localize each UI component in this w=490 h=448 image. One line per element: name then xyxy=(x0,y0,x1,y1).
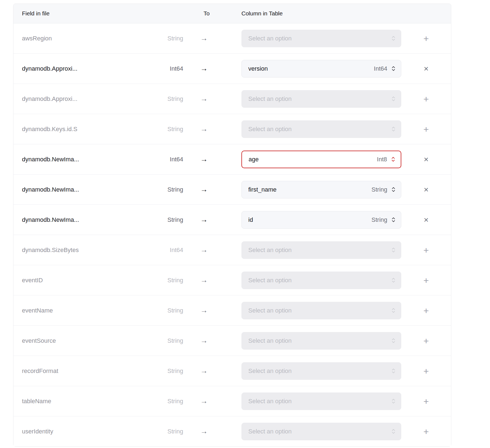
arrow-right-icon: → xyxy=(200,306,208,314)
add-mapping-button[interactable]: + xyxy=(424,397,429,406)
column-type: Int64 xyxy=(374,65,387,72)
column-select-value: id xyxy=(248,216,253,223)
column-select[interactable]: first_name String xyxy=(241,181,401,198)
header-field-in-file: Field in file xyxy=(13,10,183,17)
mapping-row: awsRegion String → Select an option + xyxy=(13,23,451,54)
field-name: tableName xyxy=(22,398,51,405)
field-mapping-table: Field in file To Column in Table awsRegi… xyxy=(13,4,451,447)
column-select[interactable]: id String xyxy=(241,211,401,229)
chevron-updown-icon xyxy=(391,217,396,223)
chevron-updown-icon xyxy=(391,308,396,313)
remove-mapping-button[interactable]: × xyxy=(424,186,429,194)
mapping-row: recordFormat String → Select an option + xyxy=(13,356,451,386)
add-mapping-button[interactable]: + xyxy=(424,276,429,285)
field-name: eventSource xyxy=(22,337,56,344)
field-type: Int64 xyxy=(170,65,183,72)
remove-mapping-button[interactable]: × xyxy=(424,216,429,224)
arrow-right-icon: → xyxy=(200,34,208,42)
remove-mapping-button[interactable]: × xyxy=(424,65,429,73)
arrow-right-icon: → xyxy=(200,64,208,73)
column-type: String xyxy=(372,216,387,223)
column-type: Int8 xyxy=(377,156,387,163)
add-mapping-button[interactable]: + xyxy=(424,427,429,436)
field-type: Int64 xyxy=(170,156,183,163)
field-type: String xyxy=(168,95,183,103)
add-mapping-button[interactable]: + xyxy=(424,94,429,104)
column-select-value: Select an option xyxy=(248,337,292,344)
column-select: Select an option xyxy=(241,302,401,319)
add-mapping-button[interactable]: + xyxy=(424,336,429,345)
field-type: String xyxy=(168,126,183,133)
arrow-right-icon: → xyxy=(200,246,208,254)
arrow-right-icon: → xyxy=(200,185,208,193)
chevron-updown-icon xyxy=(391,96,396,102)
add-mapping-button[interactable]: + xyxy=(424,306,429,315)
column-select[interactable]: age Int8 xyxy=(241,151,401,168)
field-name: recordFormat xyxy=(22,367,58,375)
mapping-row: dynamodb.NewIma... String → first_name S… xyxy=(13,175,451,205)
table-header-row: Field in file To Column in Table xyxy=(13,4,451,23)
column-select: Select an option xyxy=(241,120,401,138)
field-type: String xyxy=(168,277,183,284)
chevron-updown-icon xyxy=(391,156,395,162)
field-type: String xyxy=(168,398,183,405)
add-mapping-button[interactable]: + xyxy=(424,125,429,134)
column-select-value: Select an option xyxy=(248,398,292,405)
column-type: String xyxy=(372,186,387,193)
field-name: eventID xyxy=(22,277,43,284)
chevron-updown-icon xyxy=(391,338,396,344)
field-name: eventName xyxy=(22,307,53,314)
column-select-value: Select an option xyxy=(248,35,292,42)
arrow-right-icon: → xyxy=(200,427,208,435)
arrow-right-icon: → xyxy=(200,336,208,345)
column-select[interactable]: version Int64 xyxy=(241,60,401,78)
field-name: userIdentity xyxy=(22,428,53,435)
add-mapping-button[interactable]: + xyxy=(424,245,429,255)
mapping-row: eventID String → Select an option + xyxy=(13,265,451,295)
add-mapping-button[interactable]: + xyxy=(424,34,429,43)
column-select-value: Select an option xyxy=(248,277,292,284)
arrow-right-icon: → xyxy=(200,155,208,163)
field-type: String xyxy=(168,428,183,435)
chevron-updown-icon xyxy=(391,368,396,374)
column-select: Select an option xyxy=(241,272,401,289)
remove-mapping-button[interactable]: × xyxy=(424,155,429,164)
chevron-updown-icon xyxy=(391,277,396,283)
mapping-row: userIdentity String → Select an option + xyxy=(13,416,451,446)
mapping-row: dynamodb.NewIma... String → id String × xyxy=(13,205,451,235)
mapping-row: tableName String → Select an option + xyxy=(13,386,451,416)
column-select-value: Select an option xyxy=(248,428,292,435)
field-name: dynamodb.NewIma... xyxy=(22,216,79,223)
arrow-right-icon: → xyxy=(200,276,208,284)
arrow-right-icon: → xyxy=(200,367,208,375)
field-name: dynamodb.NewIma... xyxy=(22,156,79,163)
mapping-row: dynamodb.Approxi... Int64 → version Int6… xyxy=(13,54,451,84)
field-name: dynamodb.Approxi... xyxy=(22,65,77,72)
mapping-row: dynamodb.SizeBytes Int64 → Select an opt… xyxy=(13,235,451,265)
arrow-right-icon: → xyxy=(200,95,208,103)
header-column-in-table: Column in Table xyxy=(241,10,401,17)
column-select-value: Select an option xyxy=(248,126,292,133)
arrow-right-icon: → xyxy=(200,397,208,405)
mapping-row: dynamodb.Approxi... String → Select an o… xyxy=(13,84,451,114)
field-name: dynamodb.Approxi... xyxy=(22,95,77,103)
mapping-row: dynamodb.NewIma... Int64 → age Int8 × xyxy=(13,144,451,175)
column-select: Select an option xyxy=(241,90,401,108)
chevron-updown-icon xyxy=(391,187,396,192)
field-name: dynamodb.Keys.id.S xyxy=(22,126,77,133)
column-select-value: Select an option xyxy=(248,307,292,314)
field-name: awsRegion xyxy=(22,35,52,42)
column-select-value: Select an option xyxy=(248,367,292,375)
column-select: Select an option xyxy=(241,362,401,380)
column-select: Select an option xyxy=(241,392,401,410)
field-type: String xyxy=(168,35,183,42)
add-mapping-button[interactable]: + xyxy=(424,366,429,376)
mapping-row: eventName String → Select an option + xyxy=(13,295,451,326)
header-to: To xyxy=(183,10,241,17)
field-type: String xyxy=(168,337,183,344)
field-type: String xyxy=(168,367,183,375)
chevron-updown-icon xyxy=(391,247,396,253)
mapping-row: eventSource String → Select an option + xyxy=(13,326,451,356)
chevron-updown-icon xyxy=(391,428,396,434)
field-type: String xyxy=(168,186,183,193)
